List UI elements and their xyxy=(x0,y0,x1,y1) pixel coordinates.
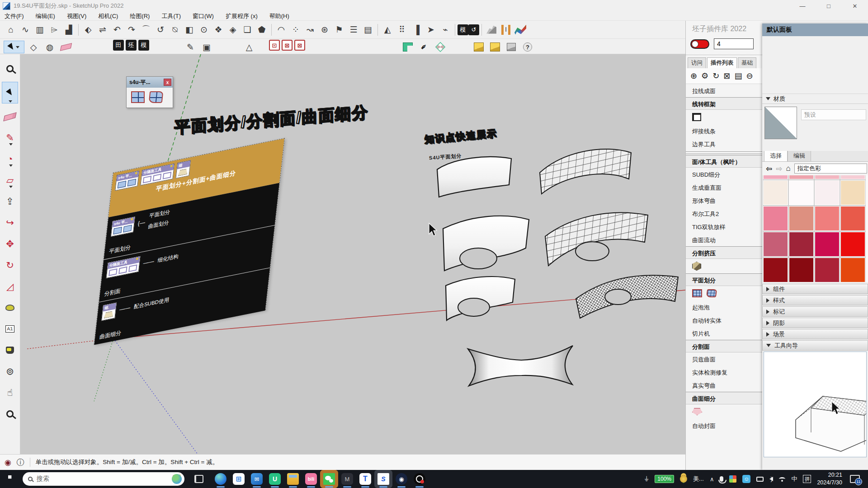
color-swatch[interactable] xyxy=(763,206,788,231)
pi-cube-icon[interactable] xyxy=(692,262,701,271)
plugin-item-自动转实体[interactable]: 自动转实体 xyxy=(686,314,762,327)
section-bar-工具向导[interactable]: 工具向导 xyxy=(762,340,868,351)
task-view-icon[interactable] xyxy=(194,475,203,483)
saddle-surface[interactable] xyxy=(468,346,573,386)
help-icon[interactable]: ? xyxy=(523,42,532,52)
model-badge-icon[interactable]: 模 xyxy=(458,24,468,35)
followme-tool-icon[interactable]: ↪ xyxy=(2,215,18,231)
plugin-item-起泡泡[interactable]: 起泡泡 xyxy=(686,300,762,314)
plugin-item-实体检测修复[interactable]: 实体检测修复 xyxy=(686,366,762,379)
paint-bucket-icon[interactable] xyxy=(2,342,18,358)
plugin-tab-基础[interactable]: 基础 xyxy=(738,57,756,68)
color-swatch[interactable] xyxy=(815,258,840,282)
green-plan-icon[interactable] xyxy=(403,42,413,52)
color-swatch[interactable] xyxy=(763,180,788,205)
plugin-tab-访问[interactable]: 访问 xyxy=(688,57,706,68)
molding-profile-icon[interactable] xyxy=(486,26,496,34)
material-preset-dropdown[interactable]: 预设 xyxy=(801,109,866,120)
arc-tool-icon[interactable]: ◔ xyxy=(2,151,18,167)
taskbar-app-green-bag[interactable]: U xyxy=(269,473,281,485)
comb-lines-icon[interactable]: ☰ xyxy=(346,23,361,37)
material-preview[interactable] xyxy=(764,107,797,139)
color-swatch[interactable] xyxy=(763,232,788,257)
taskbar-app-mail[interactable]: ✉ xyxy=(251,473,263,485)
taskbar-search[interactable]: 搜索 xyxy=(23,472,184,486)
model-info-icon[interactable]: ⌂ xyxy=(4,23,18,37)
pi-grid-icon[interactable] xyxy=(692,289,702,297)
settings-gear-icon[interactable]: ⚙ xyxy=(701,71,708,81)
zigzag-line-icon[interactable]: ∿ xyxy=(18,23,33,37)
pi-diamond-icon[interactable] xyxy=(692,408,702,415)
gold-price-label[interactable]: 美... xyxy=(693,475,704,483)
coins-icon[interactable] xyxy=(680,475,687,483)
select-tool[interactable] xyxy=(2,82,18,103)
loop-curve-icon[interactable]: ↺ xyxy=(153,23,168,37)
plane-divide-icon[interactable] xyxy=(131,91,145,103)
plugin-tab-插件列表[interactable]: 插件列表 xyxy=(707,57,737,68)
plugin-item-TIG双轨放样[interactable]: TIG双轨放样 xyxy=(686,220,762,233)
color-swatch[interactable] xyxy=(789,175,814,179)
node-edit-icon[interactable]: ⍉ xyxy=(168,23,182,37)
speaker-icon[interactable] xyxy=(769,477,773,481)
section-bar-样式[interactable]: 样式 xyxy=(762,295,868,305)
red-box3-icon[interactable]: ⊠ xyxy=(294,40,305,51)
plugin-count-input[interactable]: 4 xyxy=(714,38,754,49)
menu-item-2[interactable]: 视图(V) xyxy=(67,12,86,20)
plugin-toggle[interactable] xyxy=(690,39,709,49)
battery-status[interactable]: 100% xyxy=(655,475,674,483)
windows-start-icon[interactable] xyxy=(8,475,15,483)
materials-section-header[interactable]: 材质 xyxy=(762,94,868,104)
ime-language-indicator[interactable]: 中 xyxy=(791,475,797,483)
tab-select[interactable]: 选择 xyxy=(764,150,788,161)
dropdown-caret-icon[interactable] xyxy=(9,186,13,188)
diamond-arrow-icon[interactable]: ◈ xyxy=(226,23,240,37)
add-circle-icon[interactable]: ⊕ xyxy=(690,71,697,81)
eyedropper-icon[interactable]: ✒ xyxy=(418,41,430,53)
arch-curve-icon[interactable]: ⌒ xyxy=(139,23,153,37)
plugin-group-面/体工具（枫叶）[interactable]: 面/体工具（枫叶） xyxy=(686,155,762,168)
home-icon[interactable]: ⌂ xyxy=(786,164,791,173)
taskbar-app-steam[interactable]: ◉ xyxy=(396,473,407,485)
text-tool-icon[interactable]: A1 xyxy=(2,321,18,337)
back-arrow-icon[interactable]: ⇦ xyxy=(766,164,772,174)
circle3-icon[interactable]: ⊛ xyxy=(317,23,332,37)
pan-tool-icon[interactable]: ☝ xyxy=(2,385,18,401)
reload-badge-icon[interactable]: ↺ xyxy=(468,24,479,35)
color-swatch[interactable] xyxy=(840,206,865,231)
plugin-item-切片机[interactable]: 切片机 xyxy=(686,327,762,340)
broom-icon[interactable]: ⌁ xyxy=(438,23,453,37)
grab-vertex-icon[interactable]: ⬖ xyxy=(81,23,95,37)
dots-worm-icon[interactable]: ⁘ xyxy=(288,23,303,37)
curve-divide-icon[interactable] xyxy=(149,91,164,103)
menu-item-0[interactable]: 文件(F) xyxy=(5,12,24,20)
color-swatch[interactable] xyxy=(789,258,814,282)
plugin-item-曲面流动[interactable]: 曲面流动 xyxy=(686,233,762,246)
bar-steps-icon[interactable]: ▟ xyxy=(61,23,76,37)
section-bar-组件[interactable]: 组件 xyxy=(762,284,868,294)
dot-grid-icon[interactable]: ⠿ xyxy=(395,23,409,37)
tab-edit[interactable]: 编辑 xyxy=(788,150,811,161)
arch-tool-icon[interactable]: ◠ xyxy=(274,23,288,37)
menu-item-1[interactable]: 编辑(E) xyxy=(36,12,55,20)
line-pencil-icon[interactable]: ✎ xyxy=(2,130,18,146)
info-icon[interactable]: ⓘ xyxy=(17,457,24,468)
plugin-group-平面划分[interactable]: 平面划分 xyxy=(686,273,762,286)
taskbar-app-sketchup[interactable]: S xyxy=(377,473,389,485)
forward-arrow-icon[interactable]: ⇨ xyxy=(776,164,782,174)
gray-cube-icon[interactable] xyxy=(507,43,516,51)
notification-center-icon[interactable]: 11 xyxy=(850,475,860,483)
folder-icon[interactable]: ▤ xyxy=(734,71,742,81)
curved-shell-plain[interactable] xyxy=(437,157,511,197)
plugin-item-真实弯曲[interactable]: 真实弯曲 xyxy=(686,379,762,392)
zoom-window-icon[interactable] xyxy=(2,61,18,77)
geolocation-icon[interactable]: ◉ xyxy=(5,458,11,467)
zoom-tool-icon[interactable] xyxy=(2,406,18,422)
refresh-icon[interactable]: ↻ xyxy=(712,71,719,81)
round-tool-icon[interactable]: ◍ xyxy=(42,40,57,54)
s4u-floating-toolbar[interactable]: s4u-平... x xyxy=(126,76,173,108)
stairs-tool-icon[interactable]: ⌲ xyxy=(47,23,61,37)
color-swatch[interactable] xyxy=(763,175,788,179)
floating-toolbar-header[interactable]: s4u-平... x xyxy=(127,77,173,88)
menu-item-5[interactable]: 工具(T) xyxy=(161,12,181,20)
taskbar-app-t[interactable]: T xyxy=(359,473,371,485)
